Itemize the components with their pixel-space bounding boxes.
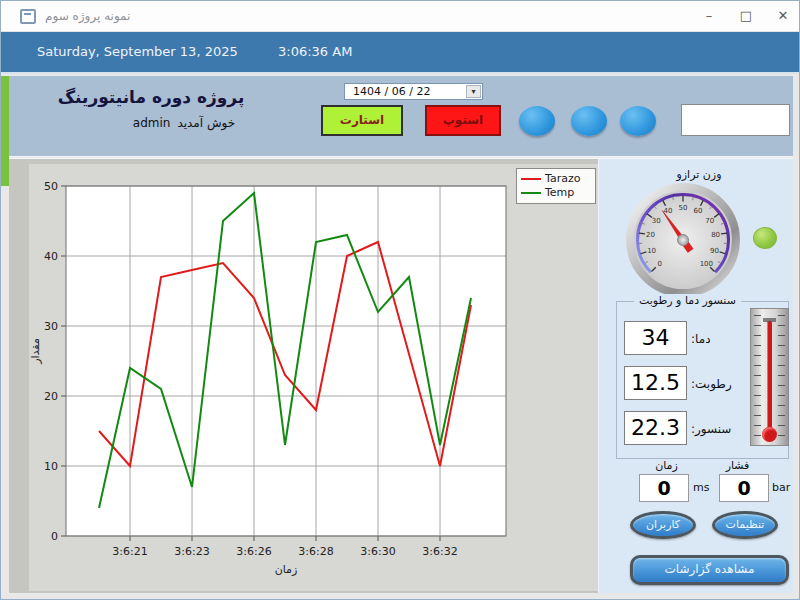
x-tick-label: 3:6:21 [112,545,147,558]
legend-entry: Tarazo [521,172,591,186]
y-tick-label: 10 [44,460,58,473]
x-tick-label: 3:6:23 [174,545,209,558]
gauge-number: 50 [679,204,688,212]
minimize-button[interactable]: – [690,1,728,31]
thermometer-bulb [762,427,777,442]
humidity-label: رطوبت: [691,377,735,391]
chart-plot: 010203040503:6:213:6:233:6:263:6:283:6:3… [29,164,598,591]
x-tick-label: 3:6:30 [360,545,395,558]
gauge-number: 90 [710,247,719,255]
test-time-value[interactable]: 0 [639,474,689,502]
legend-line-swatch [521,192,541,194]
weight-gauge: 0102030405060708090100 [626,183,740,297]
gauge-label: وزن ترازو [639,168,759,181]
titlebar[interactable]: نمونه پروژه سوم – □ ✕ [1,1,800,32]
gauge-number: 60 [694,207,703,215]
welcome-message: admin خوش آمدید [109,116,259,130]
y-axis-title: مقدار [29,326,43,376]
app-icon [20,9,36,24]
y-tick-label: 20 [44,390,58,403]
y-tick-label: 0 [51,530,58,543]
current-time: 3:06:36 AM [278,44,352,59]
thermometer-ticks-right [778,315,785,437]
temperature-value[interactable]: 34 [624,321,687,355]
app-window: نمونه پروژه سوم – □ ✕ Saturday, Septembe… [0,0,800,600]
page-title: پروژه دوره مانیتورینگ [31,87,271,107]
gauge-number: 20 [646,231,655,239]
status-led [753,227,777,249]
thermometer-ticks-left [754,315,761,437]
settings-button[interactable]: تنظیمات [712,511,778,539]
gauge-number: 0 [657,260,661,268]
maximize-button[interactable]: □ [727,1,765,31]
sensor-panel: وزن ترازو 0102030405060708090100 سنسور د… [598,158,793,593]
indicator-ellipse-3 [620,106,656,136]
thermometer-column [767,321,772,431]
window-title: نمونه پروژه سوم [45,9,130,23]
gauge-number: 100 [700,260,713,268]
sensor-group-title: سنسور دما و رطوبت [634,294,741,307]
current-date: Saturday, September 13, 2025 [37,44,238,59]
view-reports-button[interactable]: مشاهده گزارشات [630,555,789,585]
test-time-unit: ms [693,481,709,494]
date-combobox[interactable]: 1404 / 06 / 22 ▾ [344,83,483,100]
indicator-ellipse-1 [519,106,555,136]
indicator-ellipse-2 [571,106,607,136]
gauge-number: 70 [705,217,714,225]
legend-label: Temp [545,186,574,200]
stop-button[interactable]: استوپ [425,105,501,136]
x-axis-title: زمان [236,563,336,576]
y-tick-label: 40 [44,250,58,263]
close-button[interactable]: ✕ [764,1,800,31]
legend-label: Tarazo [545,172,580,186]
users-button[interactable]: کاربران [630,511,696,539]
humidity-value[interactable]: 12.5 [624,366,687,400]
gauge-number: 80 [711,231,720,239]
legend-entry: Temp [521,186,591,200]
chart: TarazoTemp زمان مقدار 010203040503:6:213… [29,164,598,591]
x-tick-label: 3:6:32 [422,545,457,558]
y-tick-label: 50 [44,180,58,193]
gauge-svg: 0102030405060708090100 [626,183,740,297]
thermometer-cap [763,318,776,322]
pressure-value[interactable]: 0 [719,474,769,502]
left-green-strip [1,76,9,186]
sensor-label: سنسور: [691,422,735,436]
start-button[interactable]: استارت [321,105,403,136]
pressure-unit: bar [772,481,790,494]
welcome-user: admin [133,116,171,130]
x-tick-label: 3:6:28 [298,545,333,558]
sensor-value[interactable]: 22.3 [624,411,687,445]
temperature-label: دما: [691,332,735,346]
thermometer [750,308,789,446]
gauge-number: 10 [647,247,656,255]
legend-line-swatch [521,178,541,180]
header-textbox[interactable] [681,104,790,136]
header-panel: پروژه دوره مانیتورینگ admin خوش آمدید 14… [9,76,793,157]
welcome-text: خوش آمدید [177,116,235,130]
y-tick-label: 30 [44,320,58,333]
date-combobox-value: 1404 / 06 / 22 [353,85,430,98]
chart-legend: TarazoTemp [516,168,596,204]
chevron-down-icon[interactable]: ▾ [466,85,481,98]
x-tick-label: 3:6:26 [236,545,271,558]
gauge-number: 30 [652,217,661,225]
datetime-bar: Saturday, September 13, 2025 3:06:36 AM [1,32,800,74]
